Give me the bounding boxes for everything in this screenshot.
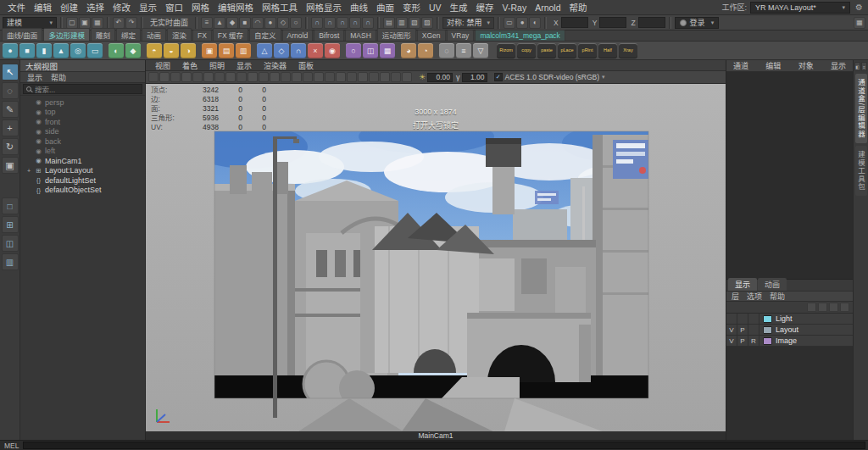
select-misc-mask-icon[interactable]: ○ — [290, 17, 302, 29]
live-surface-indicator[interactable]: 无实时曲面 — [150, 17, 188, 28]
scale-tool-button[interactable]: ▣ — [2, 157, 19, 174]
viewport-menu[interactable]: 渲染器 — [258, 60, 292, 71]
viewport-menu[interactable]: 视图 — [149, 60, 176, 71]
field-chart-icon[interactable] — [270, 72, 280, 82]
outliner-search-input[interactable]: 搜索... — [23, 84, 142, 94]
menu-item[interactable]: 编辑 — [30, 0, 56, 14]
uv-copy-icon[interactable]: copy — [517, 43, 536, 58]
film-gate-icon[interactable] — [236, 72, 247, 82]
menu-set-selector[interactable]: 建模 ▾ — [3, 17, 57, 29]
workspace-selector[interactable]: YR MAYA Layout* ▾ — [750, 2, 850, 14]
shelf-tab[interactable]: 渲染 — [167, 28, 192, 41]
layer-display-cell[interactable] — [748, 314, 760, 325]
menu-item[interactable]: 编辑网格 — [214, 0, 258, 14]
smooth-icon[interactable]: ○ — [346, 43, 361, 58]
pin-panel-icon[interactable]: ◧ — [854, 62, 860, 71]
rizom-bridge-icon[interactable]: Rizom — [497, 43, 515, 58]
center-pivot-icon[interactable]: ◌ — [439, 43, 454, 58]
safe-title-icon[interactable] — [292, 72, 302, 82]
quad-draw-icon[interactable]: ▦ — [380, 43, 395, 58]
shelf-tab[interactable]: 自定义 — [249, 28, 281, 41]
move-layer-down-icon[interactable] — [818, 303, 827, 312]
open-scene-icon[interactable]: ▣ — [79, 17, 91, 29]
split-pane-layout-button[interactable]: ▥ — [2, 253, 19, 270]
shelf-tab[interactable]: Arnold — [282, 30, 314, 41]
layer-color-swatch[interactable] — [763, 326, 772, 334]
menu-item[interactable]: 文件 — [3, 0, 30, 14]
poly-cube-icon[interactable]: ■ — [19, 43, 35, 58]
layer-row[interactable]: Light — [726, 314, 853, 325]
exposure-field[interactable]: 0.00 — [427, 73, 453, 82]
layer-playback-cell[interactable] — [737, 314, 748, 325]
sculpt-tool-icon[interactable]: ◕ — [401, 43, 416, 58]
sign-in-button[interactable]: 登录 ▾ — [675, 17, 720, 29]
viewport-menu[interactable]: 照明 — [203, 60, 231, 71]
menu-item[interactable]: 网格 — [187, 0, 214, 14]
bookmarks-icon[interactable] — [181, 72, 192, 82]
snap-to-projected-center-icon[interactable]: ∩ — [349, 17, 361, 29]
select-mesh-mask-icon[interactable]: ■ — [239, 17, 251, 29]
exposure-icon[interactable]: ☀ — [419, 73, 426, 81]
grid-icon[interactable] — [225, 72, 236, 82]
lighting-all-icon[interactable] — [369, 72, 379, 82]
outliner-item[interactable]: ◉ front — [20, 117, 145, 127]
use-default-material-icon[interactable] — [358, 72, 368, 82]
boolean-union-icon[interactable]: ◓ — [147, 43, 162, 58]
construction-history-icon[interactable]: ▧ — [409, 17, 420, 29]
input-to-selected-icon[interactable]: ▤ — [383, 17, 395, 29]
menu-item[interactable]: 窗口 — [161, 0, 187, 14]
bevel-icon[interactable]: ◇ — [274, 43, 289, 58]
poly-plane-icon[interactable]: ▭ — [87, 43, 103, 58]
rotate-tool-button[interactable]: ↻ — [2, 138, 19, 155]
shelf-tab[interactable]: MASH — [345, 30, 376, 41]
layer-color-swatch[interactable] — [763, 315, 772, 323]
menu-item[interactable]: 创建 — [56, 0, 82, 14]
sidebar-tab[interactable]: 建模工具包 — [855, 146, 867, 197]
redo-icon[interactable]: ↷ — [125, 17, 137, 29]
print-uv-icon[interactable]: pRint — [578, 43, 597, 58]
highlight-selection-icon[interactable]: ▨ — [421, 17, 433, 29]
layer-visibility-cell[interactable]: V — [726, 325, 737, 336]
safe-action-icon[interactable] — [281, 72, 291, 82]
delete-history-icon[interactable]: ≡ — [456, 43, 471, 58]
viewport-canvas[interactable]: 顶点: 3242 0 0 边: 6318 0 0 — [146, 84, 726, 440]
image-plane-icon[interactable] — [192, 72, 203, 82]
outliner-item[interactable]: ◉ MainCam1 — [20, 156, 145, 166]
uv-paste-icon[interactable]: paste — [537, 43, 556, 58]
menu-item[interactable]: 修改 — [108, 0, 135, 14]
menu-item[interactable]: 变形 — [398, 0, 425, 14]
output-from-selected-icon[interactable]: ▥ — [396, 17, 408, 29]
shelf-tab[interactable]: 运动图形 — [377, 28, 416, 41]
freeze-transform-icon[interactable]: ▽ — [473, 43, 488, 58]
viewport-menu[interactable]: 着色 — [176, 60, 203, 71]
extract-icon[interactable]: ▥ — [236, 43, 251, 58]
textured-icon[interactable] — [347, 72, 357, 82]
separate-icon[interactable]: ▤ — [219, 43, 234, 58]
command-line-mode[interactable]: MEL — [0, 442, 23, 450]
snap-to-point-icon[interactable]: ∩ — [337, 17, 348, 29]
sphere-project-icon[interactable]: ◐ — [108, 43, 124, 58]
menu-item[interactable]: 生成 — [446, 0, 472, 14]
poly-cone-icon[interactable]: ▲ — [53, 43, 69, 58]
outliner-item[interactable]: ◉ side — [20, 127, 145, 137]
menu-item[interactable]: 显示 — [135, 0, 161, 14]
grease-pencil-icon[interactable] — [214, 72, 225, 82]
save-scene-icon[interactable]: ▦ — [92, 17, 103, 29]
two-pane-layout-button[interactable]: ◫ — [2, 235, 19, 252]
xray-toggle-icon[interactable]: Xray — [619, 43, 637, 58]
layer-editor-menu[interactable]: 选项 — [747, 291, 762, 302]
new-scene-icon[interactable]: ▢ — [66, 17, 78, 29]
layer-editor-tab[interactable]: 动画 — [758, 278, 787, 291]
outliner-item[interactable]: ◉ left — [20, 147, 145, 157]
mirror-icon[interactable]: ◫ — [363, 43, 378, 58]
layer-visibility-cell[interactable] — [726, 314, 737, 325]
panel-options-icon[interactable]: ≡ — [861, 62, 867, 71]
menu-item[interactable]: 曲面 — [372, 0, 398, 14]
lock-camera-icon[interactable] — [159, 72, 170, 82]
ipr-render-icon[interactable]: ◐ — [529, 17, 541, 29]
snap-to-curve-icon[interactable]: ∩ — [324, 17, 336, 29]
target-weld-icon[interactable]: ◉ — [325, 43, 340, 58]
shelf-tab[interactable]: Bifrost — [314, 30, 344, 41]
combine-icon[interactable]: ▣ — [202, 43, 217, 58]
coordinate-input[interactable] — [561, 17, 588, 28]
